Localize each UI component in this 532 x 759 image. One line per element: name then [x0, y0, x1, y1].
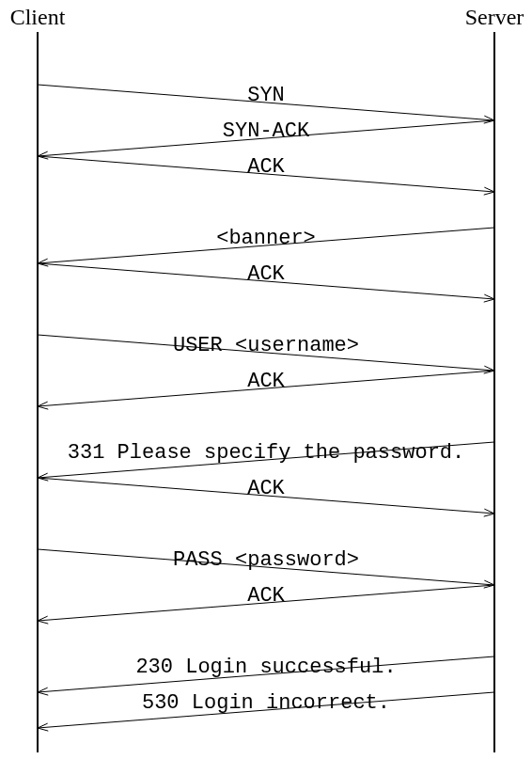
message-label-12: 530 Login incorrect.: [142, 691, 390, 715]
message-label-4: ACK: [247, 262, 285, 286]
message-label-10: ACK: [247, 584, 285, 608]
message-arrow-12-head: [38, 728, 48, 731]
message-arrow-10-head: [38, 621, 48, 624]
message-arrow-4-head: [484, 299, 494, 302]
message-label-11: 230 Login successful.: [135, 656, 396, 679]
message-arrow-8-head: [484, 514, 494, 516]
message-label-1: SYN-ACK: [223, 119, 310, 143]
message-arrow-6-head: [38, 406, 48, 409]
sequence-diagram: ClientServerSYNSYN-ACKACK<banner>ACKUSER…: [0, 0, 532, 759]
lifeline-client-label: Client: [10, 5, 66, 29]
message-label-3: <banner>: [216, 227, 316, 250]
message-label-8: ACK: [247, 477, 285, 500]
message-label-7: 331 Please specify the password.: [68, 441, 464, 465]
message-label-5: USER <username>: [173, 334, 359, 357]
message-label-9: PASS <password>: [173, 548, 359, 572]
lifeline-server-label: Server: [465, 5, 524, 29]
message-label-6: ACK: [247, 370, 285, 393]
message-arrow-11-head: [38, 692, 48, 695]
message-label-2: ACK: [247, 155, 285, 179]
message-arrow-2-head: [484, 192, 494, 195]
message-label-0: SYN: [247, 84, 285, 107]
